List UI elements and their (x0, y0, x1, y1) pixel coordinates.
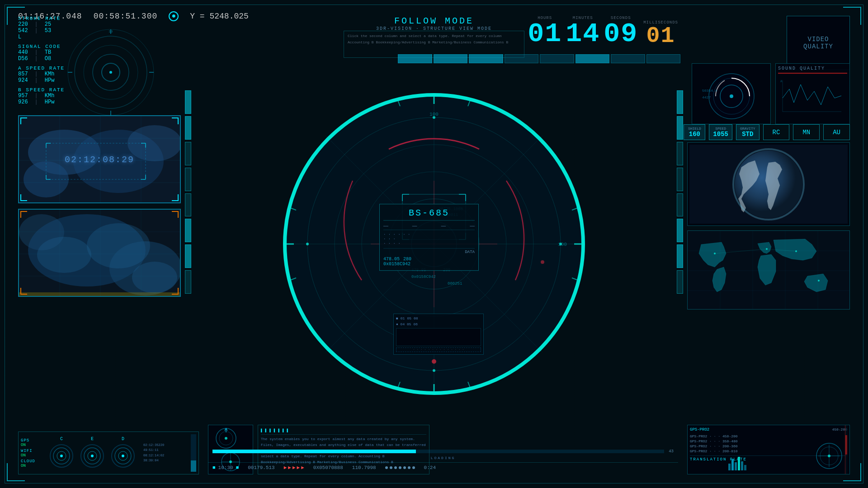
timer-ms: 01 (646, 25, 675, 47)
gauge-c-label: C (60, 436, 63, 441)
loading-bar-bg (212, 450, 664, 453)
slider-seg[interactable] (185, 270, 191, 294)
gauge-d-svg (109, 442, 137, 469)
slider-seg[interactable] (677, 270, 683, 294)
au-label: AU (827, 127, 846, 138)
slider-seg[interactable] (185, 90, 191, 114)
vertical-progress-bar (191, 434, 196, 472)
svg-point-78 (541, 260, 544, 264)
svg-point-9 (109, 71, 112, 74)
status-item-hex2: 0X05070888 (313, 465, 343, 470)
svg-rect-36 (19, 292, 181, 297)
data-label: DATA (383, 248, 475, 254)
radar-inner-panel: BS-685 ──────── · · · · · · · · · · · · … (379, 204, 479, 271)
corner-tl-mapb (20, 211, 27, 218)
corner-tr-mapb (172, 211, 179, 218)
svg-text:100: 100 (429, 112, 439, 117)
bottom-status-bar-container: 43 LOADING ■ 10:30 ■ 00179.513 ▶ ▶ ▶ ▶ ▶… (208, 447, 678, 472)
slider-seg[interactable] (185, 193, 191, 217)
v-slider-right[interactable] (676, 90, 684, 294)
speed-a-val-2: 924 (18, 77, 28, 84)
stroke-val-1b: 25 (45, 21, 51, 28)
timer-minutes-col: MINUTES 14 (566, 16, 600, 47)
gravity-btn[interactable]: GRAVITY STD (736, 124, 760, 140)
vertical-bar-fill (191, 460, 196, 472)
info-box-center: Click the second column and select a dat… (344, 31, 524, 58)
slider-seg[interactable] (185, 219, 191, 242)
num-1: 110.7998 (352, 465, 376, 470)
gravity-val: STD (742, 131, 753, 138)
dot-2 (390, 466, 392, 469)
bottom-data-panel: GPS-PRO2 450-200 GPS-PRO2 · · · 450-200 … (687, 425, 850, 474)
h-bar-3 (469, 54, 503, 63)
speed-btn[interactable]: SPEED 1055 (709, 124, 732, 140)
speed-val: 1055 (713, 131, 728, 138)
radar-bottom-panel: ■010508 ● 04 05 06 · · · · · · · · · · ·… (393, 314, 484, 355)
dot-3 (394, 466, 397, 469)
worldmap-svg (688, 231, 850, 310)
map-bot-svg (19, 210, 181, 297)
slider-seg[interactable] (677, 244, 683, 268)
status-data-block: 02:12:35220 49:51:11 08:12:14:02 38:39:0… (141, 443, 186, 463)
svg-point-35 (132, 262, 177, 293)
au-btn[interactable]: AU (823, 124, 850, 140)
sound-indicator (778, 73, 847, 74)
stroke-sep-2: | (35, 28, 38, 34)
wifi-status: WIFI ON (21, 449, 43, 458)
hex-2: 0X05070888 (313, 465, 343, 470)
slider-seg[interactable] (677, 193, 683, 217)
vq-label-2: QUALITY (803, 43, 833, 50)
loading-area: 43 LOADING (208, 447, 678, 462)
cloud-status: CLOUD ON (21, 459, 43, 468)
shield-btn[interactable]: SHIELD 160 (684, 124, 705, 140)
svg-point-118 (828, 455, 830, 457)
timer-seconds-col: SECONDS 09 (604, 16, 638, 47)
svg-point-44 (91, 455, 94, 457)
speed-b-unit-2: HPw (45, 99, 55, 105)
timer-ms-col: MILLISECONDS 01 (643, 20, 678, 47)
slider-seg[interactable] (677, 90, 683, 114)
sig-val-1: 440 (18, 49, 28, 56)
mn-btn[interactable]: MN (793, 124, 820, 140)
slider-seg[interactable] (185, 244, 191, 268)
earth-panel (687, 142, 850, 226)
timer-panel: HOURS 01 MINUTES 14 SECONDS 09 MILLISECO… (528, 16, 678, 47)
timer-hours: 01 (528, 20, 562, 47)
map-top-timestamp: 02:12:08:29 (65, 154, 134, 164)
v-slider-left[interactable] (184, 90, 192, 294)
dot-5 (403, 466, 406, 469)
gauge-e-svg (79, 442, 106, 469)
wifi-on: ON (21, 453, 43, 458)
slider-seg[interactable] (677, 116, 683, 140)
slider-seg[interactable] (185, 168, 191, 191)
h-bar-1 (398, 54, 432, 63)
timer-2: 0:24 (424, 465, 436, 470)
rc-btn[interactable]: RC (763, 124, 790, 140)
stroke-val-2: 542 (18, 28, 28, 34)
corner-bl-map (20, 194, 27, 201)
speed-a-unit-1: KMh (45, 71, 55, 77)
radar-coords: 478.05 280 (383, 257, 475, 262)
slider-seg[interactable] (677, 219, 683, 242)
info-line-1: Click the second column and select a dat… (348, 33, 520, 38)
radar-mini-screen (396, 328, 481, 346)
svg-point-74 (306, 243, 309, 245)
wifi-label: WIFI (21, 449, 43, 453)
gravity-label: GRAVITY (740, 127, 755, 131)
gauge-c: C (48, 436, 75, 469)
loading-val: 43 (669, 449, 674, 454)
status-panel: GPS ON WIFI ON CLOUD ON C E (18, 432, 199, 474)
sound-svg: A (778, 75, 846, 116)
slider-seg[interactable] (677, 142, 683, 165)
h-bar-7 (611, 54, 645, 63)
speed-b-val-2: 926 (18, 99, 28, 105)
gauge-group: C E D (48, 436, 137, 469)
slider-seg[interactable] (185, 142, 191, 165)
y-coordinate: Y = 5248.025 (190, 12, 249, 21)
hex-code: 0x0158C942 (383, 262, 475, 267)
slider-seg[interactable] (185, 116, 191, 140)
slider-seg[interactable] (677, 168, 683, 191)
svg-text:10: 10 (108, 29, 113, 33)
svg-point-111 (818, 280, 820, 282)
gauge-e-label: E (91, 436, 94, 441)
